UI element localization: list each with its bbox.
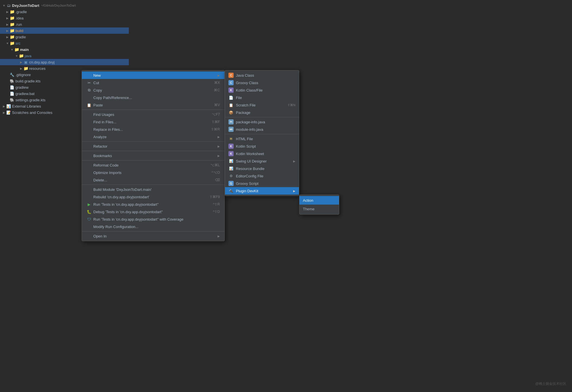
sub-scratch-shortcut: ⇧⌘N: [287, 103, 295, 107]
groovy-class-icon: C: [228, 80, 234, 85]
analyze-icon: [86, 134, 92, 139]
ctx-replace-files-shortcut: ⇧⌘R: [211, 127, 220, 131]
html-icon: H: [228, 136, 234, 141]
sub-kotlin-script-label: Kotlin Script: [236, 144, 256, 149]
ctx-optimize[interactable]: Optimize Imports ^⌥O: [82, 169, 224, 176]
scratches-icon: 📝: [6, 110, 11, 115]
sub-package[interactable]: 📦 Package: [225, 109, 299, 116]
extlibs-icon: 📊: [6, 104, 11, 108]
ctx-sep3: [82, 151, 224, 151]
ctx-delete-shortcut: ⌫: [215, 178, 220, 182]
sub-plugin-arrow: ▶: [293, 189, 295, 193]
sub-plugin-devkit[interactable]: 🔌 Plugin DevKit ▶: [225, 187, 299, 195]
tree-item-main[interactable]: 📁 main: [0, 46, 129, 53]
ctx-debug-tests[interactable]: 🐛 Debug 'Tests in 'cn.dxy.app.dxyjsontod…: [82, 208, 224, 215]
label-java: java: [25, 54, 31, 58]
ctx-find-files-label: Find in Files...: [93, 120, 117, 124]
watermark: @稀土掘金技术社区: [535, 381, 566, 386]
sub-editorconfig[interactable]: ⚙ EditorConfig File: [225, 172, 299, 180]
tree-item-package[interactable]: ▣ cn.dxy.app.dxyj: [0, 59, 129, 65]
ctx-refactor[interactable]: Refactor ▶: [82, 142, 224, 150]
ctx-delete[interactable]: Delete... ⌫: [82, 176, 224, 184]
tree-item-idea[interactable]: 📁 .idea: [0, 15, 129, 21]
tree-item-src[interactable]: 📁 src: [0, 40, 129, 46]
ctx-cut-label: Cut: [93, 81, 99, 85]
ctx-build-module[interactable]: Build Module 'DxyJsonToDart.main': [82, 186, 224, 193]
tree-item-run[interactable]: 📁 .run: [0, 21, 129, 27]
ctx-rebuild[interactable]: Rebuild 'cn.dxy.app.dxyjsontodart' ⇧⌘F9: [82, 193, 224, 201]
sub-kotlin-worksheet[interactable]: K Kotlin Worksheet: [225, 150, 299, 157]
ctx-paste-label: Paste: [93, 103, 103, 107]
run-coverage-icon: 🛡: [86, 217, 92, 222]
tree-root[interactable]: 🗂 DxyJsonToDart ~/GitHub/DxyJsonToDart: [0, 2, 129, 9]
ctx-modify-run[interactable]: Modify Run Configuration...: [82, 223, 224, 230]
ctx-copy[interactable]: ⧉ Copy ⌘C: [82, 86, 224, 94]
tree-item-build[interactable]: 📁 build: [0, 27, 129, 34]
ctx-bookmarks-arrow: ▶: [218, 154, 220, 157]
arrow-extlibs: [2, 104, 6, 108]
swing-ui-icon: 📊: [228, 159, 234, 164]
label-src: src: [15, 41, 20, 45]
bookmarks-icon: [86, 153, 92, 158]
module-info-icon: MI: [228, 127, 234, 132]
ctx-refactor-label: Refactor: [93, 144, 107, 149]
ctx-reformat[interactable]: Reformat Code ⌥⌘L: [82, 161, 224, 169]
sub-groovy-class[interactable]: C Groovy Class: [225, 79, 299, 86]
ctx-cut[interactable]: ✂ Cut ⌘X: [82, 79, 224, 86]
folder-resources-icon: 📁: [23, 66, 28, 71]
ctx-sep2: [82, 141, 224, 142]
file-gradlewbat-icon: 📄: [10, 91, 14, 96]
tree-item-gradle2[interactable]: 📁 gradle: [0, 34, 129, 40]
ctx-find-usages[interactable]: Find Usages ⌥F7: [82, 111, 224, 118]
arrow-resources: [19, 67, 23, 70]
new-icon: [86, 73, 92, 78]
sub-kotlin-class[interactable]: K Kotlin Class/File: [225, 86, 299, 94]
tree-item-gradle[interactable]: 📁 .gradle: [0, 9, 129, 15]
ctx-paste-shortcut: ⌘V: [214, 103, 220, 107]
sub-scratch[interactable]: 📋 Scratch File ⇧⌘N: [225, 101, 299, 109]
ctx-run-tests[interactable]: ▶ Run 'Tests in 'cn.dxy.app.dxyjsontodar…: [82, 201, 224, 208]
ctx-run-coverage[interactable]: 🛡 Run 'Tests in 'cn.dxy.app.dxyjsontodar…: [82, 215, 224, 223]
sub-java-class[interactable]: C Java Class: [225, 72, 299, 79]
ctx-paste[interactable]: 📋 Paste ⌘V: [82, 101, 224, 109]
sub-resource-bundle[interactable]: 📊 Resource Bundle: [225, 165, 299, 172]
sub-html[interactable]: H HTML File: [225, 135, 299, 142]
optimize-icon: [86, 170, 92, 175]
context-menu: New ▶ ✂ Cut ⌘X ⧉ Copy ⌘C Copy Path/Refer…: [82, 70, 225, 241]
label-gradle2: gradle: [15, 35, 26, 39]
paste-icon: 📋: [86, 102, 92, 108]
ctx-analyze[interactable]: Analyze ▶: [82, 133, 224, 140]
editorconfig-icon: ⚙: [228, 173, 234, 179]
sub-file[interactable]: 📄 File: [225, 94, 299, 101]
ctx-debug-tests-shortcut: ^⇧D: [213, 210, 220, 214]
ctx-copy-path-label: Copy Path/Reference...: [93, 96, 132, 100]
label-main: main: [20, 47, 29, 52]
sub-groovy-script[interactable]: G Groovy Script: [225, 180, 299, 187]
tree-item-java[interactable]: 📁 java: [0, 53, 129, 59]
ctx-refactor-arrow: ▶: [218, 145, 220, 148]
arrow-run: [6, 23, 9, 26]
sub-groovy-class-label: Groovy Class: [236, 81, 258, 85]
kotlin-worksheet-icon: K: [228, 151, 234, 156]
groovy-script-icon: G: [228, 181, 234, 186]
sub-module-info[interactable]: MI module-info.java: [225, 126, 299, 133]
ctx-open-in[interactable]: Open In ▶: [82, 232, 224, 240]
sub-swing-ui[interactable]: 📊 Swing UI Designer ▶: [225, 157, 299, 165]
folder-run-icon: 📁: [10, 22, 14, 27]
ctx-modify-run-label: Modify Run Configuration...: [93, 225, 139, 229]
sub-kotlin-worksheet-label: Kotlin Worksheet: [236, 152, 264, 156]
plugin-theme[interactable]: Theme: [299, 205, 339, 213]
ctx-bookmarks[interactable]: Bookmarks ▶: [82, 152, 224, 159]
sub-package-info[interactable]: PI package-info.java: [225, 118, 299, 126]
sub-java-class-label: Java Class: [236, 73, 254, 78]
ctx-copy-path[interactable]: Copy Path/Reference...: [82, 94, 224, 101]
ctx-run-tests-shortcut: ^⇧R: [213, 202, 220, 206]
ctx-replace-files[interactable]: Replace in Files... ⇧⌘R: [82, 126, 224, 133]
root-icon: 🗂: [6, 3, 11, 8]
folder-src-icon: 📁: [10, 41, 14, 45]
folder-gradle2-icon: 📁: [10, 35, 14, 39]
plugin-action[interactable]: Action: [299, 196, 339, 205]
ctx-new[interactable]: New ▶: [82, 72, 224, 79]
sub-kotlin-script[interactable]: K Kotlin Script: [225, 142, 299, 150]
ctx-find-files[interactable]: Find in Files... ⇧⌘F: [82, 118, 224, 126]
